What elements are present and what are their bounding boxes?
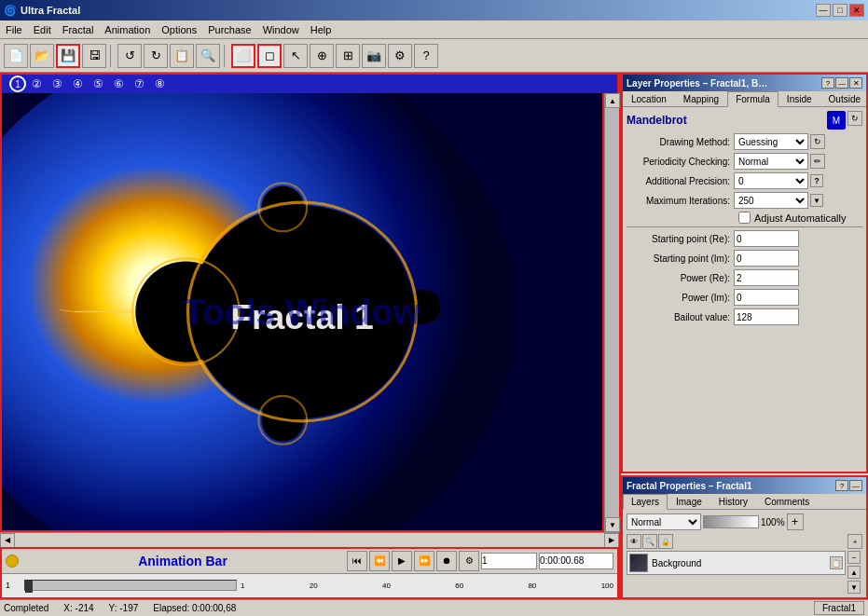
- redo-button[interactable]: ↻: [144, 44, 168, 68]
- minimize-button[interactable]: —: [816, 4, 831, 17]
- tab-formula[interactable]: Formula: [727, 91, 778, 107]
- max-iter-dropdown[interactable]: ▼: [810, 194, 823, 207]
- undo-button[interactable]: ↺: [117, 44, 142, 68]
- layer-props-minimize[interactable]: —: [835, 77, 848, 89]
- fractal1-tab[interactable]: Fractal1: [814, 601, 864, 615]
- tab-1[interactable]: 1: [9, 75, 26, 92]
- drawing-method-select[interactable]: Guessing Linear Fast: [734, 133, 808, 150]
- explore-button[interactable]: 🔍: [196, 44, 220, 68]
- help-toolbar-btn[interactable]: ?: [414, 44, 438, 68]
- fractal-canvas[interactable]: Fractal 1 Tools Window: [0, 93, 604, 532]
- layer-up-btn[interactable]: ▲: [847, 566, 861, 579]
- tab-8[interactable]: ⑧: [149, 77, 170, 90]
- max-iter-select[interactable]: 250 500 1000: [734, 192, 808, 209]
- layer-zoom-icon[interactable]: 🔍: [642, 534, 657, 549]
- menu-help[interactable]: Help: [305, 22, 338, 37]
- toolbar-separator-1: [110, 45, 114, 67]
- horizontal-scrollbar[interactable]: ◀ ▶: [0, 532, 619, 547]
- timeline-position-marker[interactable]: [25, 580, 33, 593]
- scroll-track-v[interactable]: [605, 108, 619, 517]
- fractal-window-btn[interactable]: ⬜: [231, 44, 255, 68]
- scroll-right-button[interactable]: ▶: [604, 533, 619, 548]
- formula-icon[interactable]: M: [827, 111, 846, 130]
- menu-purchase[interactable]: Purchase: [202, 22, 256, 37]
- anim-record[interactable]: ⏺: [436, 551, 457, 571]
- layer-props-close[interactable]: ✕: [849, 77, 862, 89]
- tab-layers[interactable]: Layers: [623, 494, 668, 510]
- maximize-button[interactable]: □: [833, 4, 847, 17]
- tab-mapping[interactable]: Mapping: [675, 91, 727, 106]
- close-button[interactable]: ✕: [849, 4, 864, 17]
- tab-history[interactable]: History: [710, 494, 756, 509]
- menu-options[interactable]: Options: [156, 22, 202, 37]
- precision-label: Additional Precision:: [627, 176, 734, 186]
- render-btn[interactable]: 📷: [362, 44, 386, 68]
- add-layer-btn[interactable]: +: [787, 513, 804, 530]
- starting-re-input[interactable]: [734, 230, 799, 247]
- menu-file[interactable]: File: [0, 22, 28, 37]
- layer-lock-icon[interactable]: 🔒: [658, 534, 673, 549]
- anim-go-start[interactable]: ⏮: [347, 551, 367, 571]
- tab-7[interactable]: ⑦: [129, 77, 149, 90]
- power-re-input[interactable]: [734, 269, 799, 286]
- anim-settings[interactable]: ⚙: [459, 551, 479, 571]
- layer-props-help[interactable]: ?: [821, 77, 834, 89]
- scroll-left-button[interactable]: ◀: [0, 533, 15, 548]
- layer-background[interactable]: Background 📋: [627, 551, 846, 575]
- tab-outside[interactable]: Outside: [820, 91, 868, 106]
- save-as-button[interactable]: 🖫: [82, 44, 106, 68]
- power-im-input[interactable]: [734, 289, 799, 306]
- scroll-up-button[interactable]: ▲: [605, 93, 620, 108]
- zoom-tool[interactable]: ⊕: [310, 44, 334, 68]
- starting-im-input[interactable]: [734, 250, 799, 267]
- animation-controls: Animation Bar ⏮ ⏪ ▶ ⏩ ⏺ ⚙: [2, 549, 617, 573]
- menu-fractal[interactable]: Fractal: [57, 22, 100, 37]
- bailout-input[interactable]: [734, 308, 799, 325]
- tab-6[interactable]: ⑥: [108, 77, 129, 90]
- current-frame-input[interactable]: [481, 553, 537, 569]
- tab-comments[interactable]: Comments: [756, 494, 818, 509]
- menu-edit[interactable]: Edit: [28, 22, 57, 37]
- tab-image[interactable]: Image: [668, 494, 710, 509]
- tab-3[interactable]: ③: [47, 77, 67, 90]
- tab-4[interactable]: ④: [67, 77, 88, 90]
- layer-down-btn[interactable]: ▼: [847, 581, 861, 594]
- anim-prev-frame[interactable]: ⏪: [369, 551, 390, 571]
- current-time-input[interactable]: [539, 553, 613, 569]
- layer-add-btn[interactable]: +: [847, 534, 862, 549]
- blend-mode-select[interactable]: Normal Multiply Screen: [627, 513, 701, 530]
- precision-select[interactable]: 0 1 2: [734, 172, 808, 189]
- menu-animation[interactable]: Animation: [99, 22, 156, 37]
- periodicity-edit[interactable]: ✏: [810, 154, 825, 169]
- precision-help[interactable]: ?: [810, 174, 823, 187]
- copy-button[interactable]: 📋: [170, 44, 194, 68]
- anim-next-frame[interactable]: ⏩: [414, 551, 434, 571]
- animation-timeline[interactable]: 1 1 20 40 60 80 100: [2, 573, 617, 597]
- fractal-props-minimize[interactable]: —: [849, 480, 862, 491]
- adjust-auto-checkbox[interactable]: [738, 212, 751, 224]
- open-button[interactable]: 📂: [30, 44, 54, 68]
- scroll-down-button[interactable]: ▼: [605, 517, 620, 532]
- menu-window[interactable]: Window: [257, 22, 305, 37]
- tab-location[interactable]: Location: [623, 91, 675, 106]
- drawing-method-refresh[interactable]: ↻: [810, 134, 825, 149]
- tab-inside[interactable]: Inside: [778, 91, 820, 106]
- tab-5[interactable]: ⑤: [88, 77, 108, 90]
- timeline-track[interactable]: [24, 580, 237, 591]
- adjust-auto-row: Adjust Automatically: [738, 212, 862, 224]
- fractal-props-help[interactable]: ?: [835, 480, 848, 491]
- layer-delete-btn[interactable]: −: [847, 551, 861, 564]
- anim-play[interactable]: ▶: [392, 551, 412, 571]
- crop-tool[interactable]: ⊞: [336, 44, 360, 68]
- select-tool[interactable]: ↖: [283, 44, 308, 68]
- new-button[interactable]: 📄: [4, 44, 28, 68]
- layer-props-btn[interactable]: ◻: [257, 44, 282, 68]
- tab-2[interactable]: ②: [26, 77, 47, 90]
- save-button[interactable]: 💾: [56, 44, 80, 68]
- periodicity-select[interactable]: Normal None Fast: [734, 153, 808, 170]
- layer-view-icon[interactable]: 👁: [627, 534, 641, 549]
- options-btn[interactable]: ⚙: [388, 44, 412, 68]
- formula-refresh[interactable]: ↻: [847, 111, 862, 126]
- layer-duplicate-btn[interactable]: 📋: [830, 556, 843, 569]
- vertical-scrollbar[interactable]: ▲ ▼: [604, 93, 619, 532]
